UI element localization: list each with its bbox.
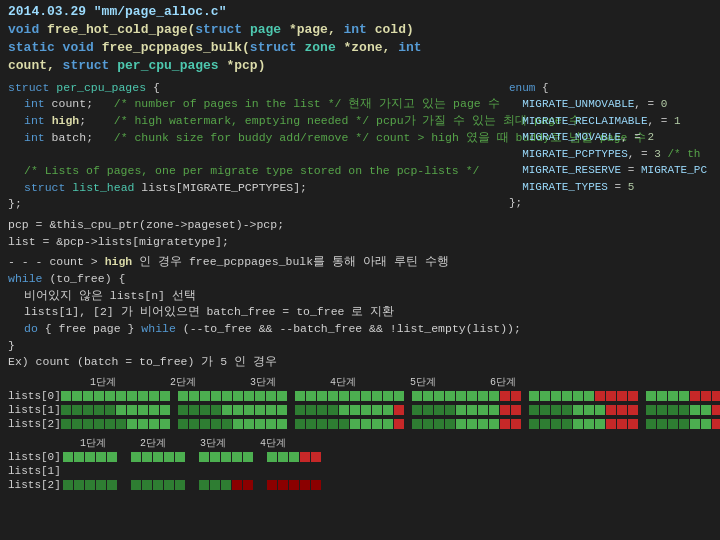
grid-bottom-header-3: 3단계 (183, 436, 243, 450)
desc-section: - - - count > high 인 경우 free_pcppages_bu… (8, 254, 712, 371)
main-content-area: enum { MIGRATE_UNMOVABLE, = 0 MIGRATE_RE… (8, 80, 712, 491)
grid-bottom-row-1: lists[1] (8, 465, 712, 477)
grid-bottom-row-0: lists[0] (8, 451, 712, 463)
grid-header-5: 5단계 (383, 375, 463, 389)
grid-header-1: 1단계 (63, 375, 143, 389)
grid-label-lists2: lists[2] (8, 418, 61, 430)
function-signature: void free_hot_cold_page(struct page *pag… (8, 21, 712, 76)
pcp-code: pcp = &this_cpu_ptr(zone->pageset)->pcp;… (8, 217, 712, 250)
main-container: 2014.03.29 "mm/page_alloc.c" void free_h… (0, 0, 720, 540)
grid-bottom-label-lists2: lists[2] (8, 479, 63, 491)
grid-top-row-1: lists[1] (8, 404, 712, 416)
enum-block: enum { MIGRATE_UNMOVABLE, = 0 MIGRATE_RE… (509, 80, 707, 212)
sig-line3: count, struct per_cpu_pages *pcp) (8, 57, 712, 75)
grid-bottom-header-2: 2단계 (123, 436, 183, 450)
grid-bottom-label-lists0: lists[0] (8, 451, 63, 463)
grid-bottom-header-4: 4단계 (243, 436, 303, 450)
grid-label-lists0: lists[0] (8, 390, 61, 402)
grid-header-6: 6단계 (463, 375, 543, 389)
grid-bottom-label-lists1: lists[1] (8, 465, 63, 477)
grid-header-3: 3단계 (223, 375, 303, 389)
grid-bottom-row-2: lists[2] (8, 479, 712, 491)
grid-header-4: 4단계 (303, 375, 383, 389)
sig-line1: void free_hot_cold_page(struct page *pag… (8, 21, 712, 39)
grid-label-lists1: lists[1] (8, 404, 61, 416)
grid-top-row-2: lists[2] (8, 418, 712, 430)
grid-bottom: 1단계 2단계 3단계 4단계 lists[0] (8, 436, 712, 491)
grid-bottom-header-1: 1단계 (63, 436, 123, 450)
sig-line2: static void free_pcppages_bulk(struct zo… (8, 39, 712, 57)
grid-header-2: 2단계 (143, 375, 223, 389)
grid-top-row-0: lists[0] (8, 390, 712, 402)
file-title: 2014.03.29 "mm/page_alloc.c" (8, 4, 712, 19)
grid-top: 1단계 2단계 3단계 4단계 5단계 6단계 lists[0] (8, 375, 712, 430)
